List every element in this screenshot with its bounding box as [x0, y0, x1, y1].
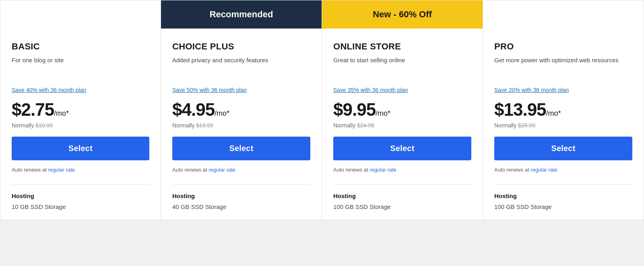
select-button-choice-plus[interactable]: Select — [172, 137, 310, 160]
select-button-online-store[interactable]: Select — [333, 137, 471, 160]
plan-badge-pro — [483, 0, 644, 29]
plan-description-online-store: Great to start selling online — [333, 56, 471, 78]
plan-price-pro: $13.95 /mo* — [494, 100, 632, 120]
plan-content-pro: PRO Get more power with optimized web re… — [483, 29, 644, 220]
price-suffix-choice-plus: /mo* — [215, 109, 229, 118]
plan-content-basic: BASIC For one blog or site Save 40% with… — [0, 29, 161, 220]
hosting-label-basic: Hosting — [12, 192, 149, 199]
price-amount-online-store: $9.95 — [333, 100, 376, 120]
plan-price-choice-plus: $4.95 /mo* — [172, 100, 310, 120]
select-button-basic[interactable]: Select — [12, 137, 149, 160]
plan-card-choice-plus: Recommended CHOICE PLUS Added privacy an… — [161, 0, 322, 220]
hosting-divider-online-store — [333, 184, 471, 184]
auto-renew-online-store: Auto renews at regular rate — [333, 167, 471, 173]
plan-name-pro: PRO — [494, 41, 632, 52]
plan-name-basic: BASIC — [12, 41, 149, 52]
plan-badge-online-store: New - 60% Off — [322, 0, 483, 29]
plan-content-choice-plus: CHOICE PLUS Added privacy and security f… — [161, 29, 322, 220]
badge-label-online-store: New - 60% Off — [373, 9, 432, 20]
hosting-storage-basic: 10 GB SSD Storage — [12, 203, 149, 210]
price-suffix-basic: /mo* — [54, 109, 69, 118]
hosting-storage-online-store: 100 GB SSD Storage — [333, 203, 471, 210]
price-amount-pro: $13.95 — [494, 100, 546, 120]
auto-renew-choice-plus: Auto renews at regular rate — [172, 167, 310, 173]
plan-description-pro: Get more power with optimized web resour… — [494, 56, 632, 78]
regular-rate-link-choice-plus[interactable]: regular rate — [208, 167, 235, 173]
plan-content-online-store: ONLINE STORE Great to start selling onli… — [322, 29, 483, 220]
price-normal-pro: Normally $28.99 — [494, 122, 632, 129]
price-normal-basic: Normally $10.99 — [12, 122, 149, 129]
savings-link-pro[interactable]: Save 20% with 36 month plan — [494, 87, 569, 93]
plan-badge-basic — [0, 0, 161, 29]
regular-rate-link-online-store[interactable]: regular rate — [369, 167, 396, 173]
plan-card-online-store: New - 60% Off ONLINE STORE Great to star… — [322, 0, 483, 220]
price-normal-online-store: Normally $24.95 — [333, 122, 471, 129]
savings-link-choice-plus[interactable]: Save 50% with 36 month plan — [172, 87, 247, 93]
plan-name-online-store: ONLINE STORE — [333, 41, 471, 52]
savings-link-basic[interactable]: Save 40% with 36 month plan — [12, 87, 86, 93]
price-suffix-pro: /mo* — [546, 109, 561, 118]
hosting-divider-choice-plus — [172, 184, 310, 184]
price-amount-basic: $2.75 — [12, 100, 54, 120]
regular-rate-link-basic[interactable]: regular rate — [48, 167, 74, 173]
plan-card-pro: PRO Get more power with optimized web re… — [483, 0, 644, 220]
select-button-pro[interactable]: Select — [494, 137, 632, 160]
price-amount-choice-plus: $4.95 — [172, 100, 215, 120]
hosting-label-pro: Hosting — [494, 192, 632, 199]
hosting-storage-choice-plus: 40 GB SSD Storage — [172, 203, 310, 210]
plan-card-basic: BASIC For one blog or site Save 40% with… — [0, 0, 161, 220]
savings-link-online-store[interactable]: Save 35% with 36 month plan — [333, 87, 408, 93]
plan-price-online-store: $9.95 /mo* — [333, 100, 471, 120]
price-strikethrough-choice-plus: $19.99 — [196, 122, 213, 129]
plan-name-choice-plus: CHOICE PLUS — [172, 41, 310, 52]
hosting-label-online-store: Hosting — [333, 192, 471, 199]
hosting-storage-pro: 100 GB SSD Storage — [494, 203, 632, 210]
hosting-label-choice-plus: Hosting — [172, 192, 310, 199]
auto-renew-basic: Auto renews at regular rate — [12, 167, 149, 173]
auto-renew-pro: Auto renews at regular rate — [494, 167, 632, 173]
hosting-divider-basic — [12, 184, 149, 184]
price-strikethrough-pro: $28.99 — [518, 122, 535, 129]
pricing-grid: BASIC For one blog or site Save 40% with… — [0, 0, 644, 220]
plan-badge-choice-plus: Recommended — [161, 0, 322, 29]
price-strikethrough-online-store: $24.95 — [357, 122, 374, 129]
hosting-divider-pro — [494, 184, 632, 184]
plan-description-basic: For one blog or site — [12, 56, 149, 78]
plan-price-basic: $2.75 /mo* — [12, 100, 149, 120]
price-normal-choice-plus: Normally $19.99 — [172, 122, 310, 129]
regular-rate-link-pro[interactable]: regular rate — [530, 167, 557, 173]
price-suffix-online-store: /mo* — [376, 109, 390, 118]
badge-label-choice-plus: Recommended — [210, 9, 273, 20]
plan-description-choice-plus: Added privacy and security features — [172, 56, 310, 78]
price-strikethrough-basic: $10.99 — [35, 122, 53, 129]
